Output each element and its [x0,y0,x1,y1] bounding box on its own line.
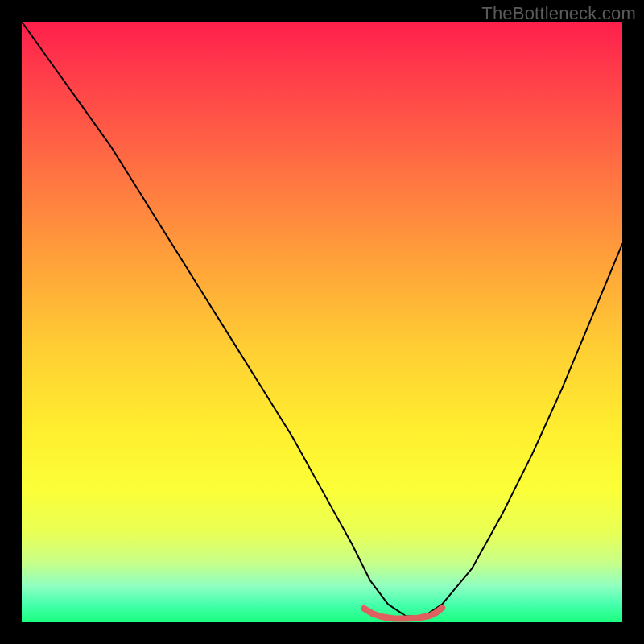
series-valley-marker [364,608,442,618]
chart-frame: TheBottleneck.com [0,0,644,644]
plot-area [22,22,622,622]
series-container [22,22,622,619]
chart-svg [22,22,622,622]
watermark-text: TheBottleneck.com [481,3,636,24]
series-bottleneck-curve [22,22,622,617]
